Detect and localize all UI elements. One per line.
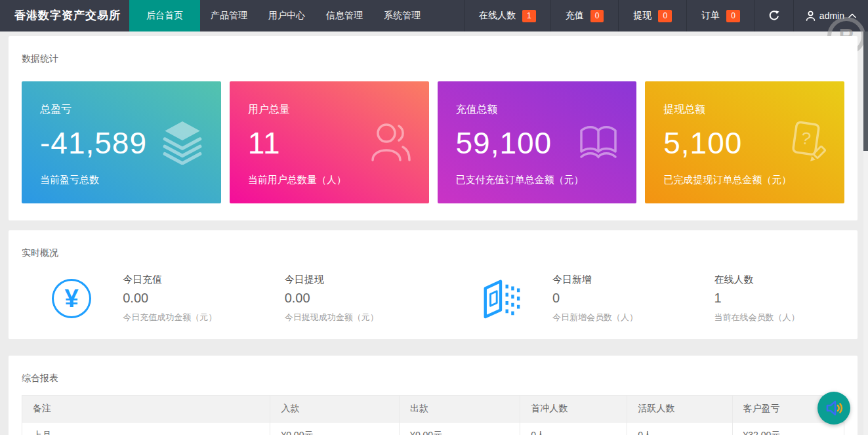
metric-today-recharge: 今日充值 0.00 今日充值成功金额（元） [123, 274, 253, 323]
card-caption: 已支付充值订单总金额（元） [456, 174, 637, 186]
page-content: 数据统计 总盈亏 -41,589 当前盈亏总数 用户总量 11 [0, 36, 868, 435]
metric-caption: 今日新增会员数（人） [552, 312, 682, 323]
card-caption: 当前盈亏总数 [40, 174, 221, 186]
card-caption: 已完成提现订单总金额（元） [663, 174, 844, 186]
metric-online-members: 在线人数 1 当前在线会员数（人） [714, 274, 844, 323]
header-payout: 出款 [400, 396, 520, 423]
scrollbar-thumb[interactable] [863, 31, 868, 151]
building-door-icon [480, 277, 521, 320]
stat-card-total-users: 用户总量 11 当前用户总数量（人） [230, 81, 429, 203]
card-label: 充值总额 [456, 103, 637, 117]
status-recharge[interactable]: 充值 0 [550, 0, 619, 31]
table-row: 上月 ¥0.00元 ¥0.00元 0人 0人 ¥32.00元 [22, 423, 844, 435]
metric-label: 在线人数 [714, 274, 844, 286]
card-label: 用户总量 [248, 103, 429, 117]
vertical-scrollbar[interactable] [863, 31, 868, 435]
metric-value: 1 [714, 291, 844, 306]
navbar-right: 在线人数 1 充值 0 提现 0 订单 0 [464, 0, 868, 31]
top-navbar: 香港数字资产交易所 后台首页 产品管理 用户中心 信息管理 系统管理 在线人数 … [0, 0, 868, 31]
open-book-icon [577, 124, 619, 161]
stats-panel: 数据统计 总盈亏 -41,589 当前盈亏总数 用户总量 11 [9, 36, 858, 220]
metric-label: 今日充值 [123, 274, 253, 286]
status-label: 在线人数 [479, 10, 516, 22]
stat-cards: 总盈亏 -41,589 当前盈亏总数 用户总量 11 当前用户总数量（人） [22, 81, 844, 203]
user-menu[interactable]: admin [793, 0, 868, 31]
card-label: 总盈亏 [40, 103, 221, 117]
nav-item-products[interactable]: 产品管理 [200, 0, 258, 31]
cell-first-recharge-count: 0人 [520, 423, 627, 435]
orders-badge: 0 [726, 10, 740, 22]
metric-today-new-members: 今日新增 0 今日新增会员数（人） [552, 274, 682, 323]
metric-label: 今日新增 [552, 274, 682, 286]
main-menu: 后台首页 产品管理 用户中心 信息管理 系统管理 [129, 0, 431, 31]
recharge-badge: 0 [590, 10, 604, 22]
cell-active-count: 0人 [627, 423, 732, 435]
status-orders[interactable]: 订单 0 [686, 0, 754, 31]
status-online-count[interactable]: 在线人数 1 [464, 0, 550, 31]
metric-today-withdraw: 今日提现 0.00 今日提现成功金额（元） [285, 274, 415, 323]
realtime-panel-title: 实时概况 [22, 247, 844, 259]
report-panel: 综合报表 备注 入款 出款 首冲人数 活跃人数 客户盈亏 上月 ¥0.00元 ¥… [9, 356, 858, 435]
withdraw-badge: 0 [658, 10, 672, 22]
nav-item-info[interactable]: 信息管理 [316, 0, 373, 31]
realtime-row: ¥ 今日充值 0.00 今日充值成功金额（元） 今日提现 0.00 今日提现成功… [22, 274, 844, 323]
metric-caption: 今日充值成功金额（元） [123, 312, 253, 323]
metric-caption: 当前在线会员数（人） [714, 312, 844, 323]
stat-card-total-withdraw: 提现总额 5,100 已完成提现订单总金额（元） ? [645, 81, 844, 203]
status-withdraw[interactable]: 提现 0 [618, 0, 686, 31]
realtime-panel: 实时概况 ¥ 今日充值 0.00 今日充值成功金额（元） 今日提现 0.00 今… [9, 230, 858, 339]
report-panel-title: 综合报表 [22, 373, 844, 384]
chevron-up-icon [848, 13, 856, 18]
stats-panel-title: 数据统计 [22, 53, 844, 65]
metric-value: 0.00 [285, 291, 415, 306]
audio-notification-button[interactable] [817, 392, 850, 425]
metric-label: 今日提现 [285, 274, 415, 286]
stat-card-total-profit: 总盈亏 -41,589 当前盈亏总数 [22, 81, 221, 203]
nav-item-system[interactable]: 系统管理 [373, 0, 431, 31]
cell-deposit: ¥0.00元 [270, 423, 400, 435]
status-label: 提现 [633, 10, 651, 22]
brand-title[interactable]: 香港数字资产交易所 [0, 0, 129, 31]
speaker-icon [825, 399, 843, 417]
nav-item-home[interactable]: 后台首页 [129, 0, 200, 31]
metric-value: 0 [552, 291, 682, 306]
cell-payout: ¥0.00元 [400, 423, 520, 435]
card-caption: 当前用户总数量（人） [248, 174, 429, 186]
layers-icon [161, 120, 204, 165]
yen-circle-icon: ¥ [52, 279, 91, 318]
table-header-row: 备注 入款 出款 首冲人数 活跃人数 客户盈亏 [22, 396, 844, 423]
stat-card-total-recharge: 充值总额 59,100 已支付充值订单总金额（元） [438, 81, 637, 203]
cell-remark: 上月 [22, 423, 270, 435]
refresh-button[interactable] [754, 0, 793, 31]
report-table: 备注 入款 出款 首冲人数 活跃人数 客户盈亏 上月 ¥0.00元 ¥0.00元… [22, 395, 844, 435]
user-name: admin [819, 10, 844, 21]
header-first-recharge-count: 首冲人数 [520, 396, 627, 423]
header-deposit: 入款 [270, 396, 400, 423]
status-label: 充值 [566, 10, 584, 22]
card-label: 提现总额 [663, 103, 844, 117]
header-remark: 备注 [22, 396, 270, 423]
online-count-badge: 1 [522, 10, 536, 22]
metric-value: 0.00 [123, 291, 253, 306]
header-active-count: 活跃人数 [627, 396, 732, 423]
nav-item-user-center[interactable]: 用户中心 [258, 0, 316, 31]
users-icon [370, 122, 412, 163]
svg-text:?: ? [800, 128, 812, 149]
refresh-icon [768, 10, 780, 22]
metric-caption: 今日提现成功金额（元） [285, 312, 415, 323]
status-label: 订单 [701, 10, 720, 22]
cell-customer-profit: ¥32.00元 [732, 423, 844, 435]
document-question-pencil-icon: ? [787, 121, 827, 164]
user-icon [806, 10, 816, 21]
